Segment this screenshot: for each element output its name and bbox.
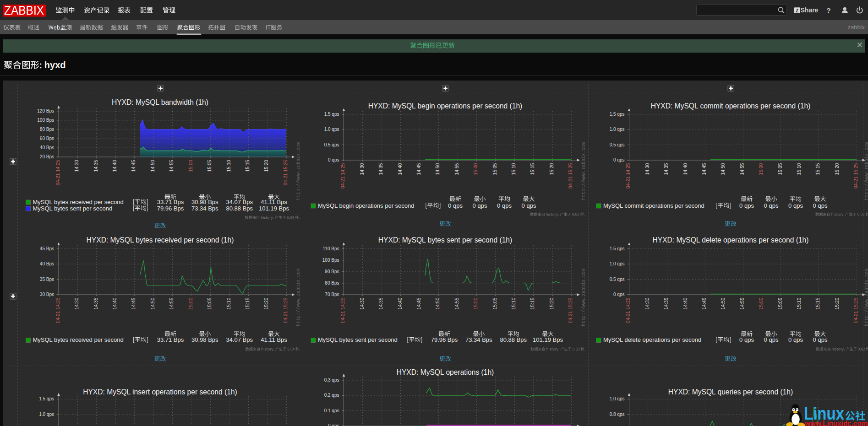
svg-text:15:05: 15:05: [492, 163, 497, 175]
svg-text:0 qps: 0 qps: [522, 202, 536, 209]
svg-text:15:10: 15:10: [797, 163, 802, 175]
svg-text:0 qps: 0 qps: [613, 292, 624, 297]
svg-text:14:55: 14:55: [169, 160, 174, 172]
svg-text:14:45: 14:45: [416, 297, 421, 309]
svg-text:14:30: 14:30: [645, 163, 650, 175]
svg-text:04-21 15:25: 04-21 15:25: [568, 297, 573, 323]
svg-text:04-21 14:25: 04-21 14:25: [55, 297, 60, 323]
svg-text:14:30: 14:30: [74, 297, 79, 309]
svg-text:101.19 Bps: 101.19 Bps: [259, 205, 289, 212]
svg-text:1.0 qps: 1.0 qps: [610, 127, 625, 132]
svg-text:35 Bps: 35 Bps: [40, 277, 54, 282]
svg-text:0 qps: 0 qps: [328, 423, 339, 426]
svg-text:73.34 Bps: 73.34 Bps: [191, 205, 218, 212]
svg-text:?: ?: [826, 6, 830, 14]
svg-text:0 qps: 0 qps: [497, 202, 512, 209]
svg-text:15:15: 15:15: [815, 297, 820, 309]
svg-text:04-21 14:25: 04-21 14:25: [55, 160, 60, 185]
svg-text:0 qps: 0 qps: [788, 336, 803, 343]
svg-text:14:35: 14:35: [664, 297, 669, 309]
svg-text:MySQL bytes sent per second: MySQL bytes sent per second: [318, 336, 398, 343]
svg-text:1.5 qps: 1.5 qps: [610, 112, 625, 117]
svg-text:14:55: 14:55: [169, 297, 174, 309]
svg-text:14:40: 14:40: [112, 297, 117, 309]
svg-text:14:55: 14:55: [454, 163, 459, 175]
svg-text:15:10: 15:10: [511, 297, 516, 309]
svg-text:HYXD: MySQL bandwidth (1h): HYXD: MySQL bandwidth (1h): [112, 98, 208, 106]
svg-text:15:20: 15:20: [549, 297, 554, 309]
svg-text:14:40: 14:40: [398, 297, 403, 309]
svg-text:zabbix: zabbix: [847, 24, 865, 31]
svg-text:30.98 Bps: 30.98 Bps: [191, 336, 218, 343]
svg-text:http://www.zabbix.com: http://www.zabbix.com: [581, 142, 586, 200]
svg-text:14:45: 14:45: [702, 163, 707, 175]
svg-text:1.0 qps: 1.0 qps: [324, 127, 339, 132]
svg-text:1.5 qps: 1.5 qps: [324, 112, 339, 117]
svg-text:40 Bps: 40 Bps: [40, 261, 54, 266]
svg-text:Z: Z: [796, 8, 799, 13]
svg-text:MySQL begin operations per sec: MySQL begin operations per second: [318, 202, 415, 209]
svg-text:79.96 Bps: 79.96 Bps: [431, 336, 458, 343]
svg-text:0.5 qps: 0.5 qps: [610, 142, 625, 147]
svg-text:73.34 Bps: 73.34 Bps: [465, 336, 492, 343]
svg-text:15:15: 15:15: [530, 163, 535, 175]
svg-text:15:20: 15:20: [549, 163, 554, 175]
svg-text:14:40: 14:40: [112, 160, 117, 172]
svg-text:14:35: 14:35: [664, 163, 669, 175]
svg-text:04-21 14:25: 04-21 14:25: [626, 297, 631, 323]
svg-text:15:15: 15:15: [530, 297, 535, 309]
svg-text:15:05: 15:05: [492, 297, 497, 309]
svg-text:14:50: 14:50: [150, 297, 155, 309]
svg-text:HYXD: MySQL operations (1h): HYXD: MySQL operations (1h): [397, 368, 494, 376]
svg-text:0 qps: 0 qps: [764, 336, 779, 343]
svg-text:14:55: 14:55: [740, 297, 745, 309]
svg-text:100 Bps: 100 Bps: [322, 258, 339, 263]
svg-text:04-21 15:25: 04-21 15:25: [568, 163, 573, 189]
svg-text:0.5 qps: 0.5 qps: [610, 277, 625, 282]
svg-text:04-21 14:25: 04-21 14:25: [626, 163, 631, 189]
svg-text:04-21 15:25: 04-21 15:25: [853, 297, 858, 323]
svg-text:0.8 qps: 0.8 qps: [610, 412, 625, 417]
svg-text:0 qps: 0 qps: [739, 336, 754, 343]
svg-text:15:15: 15:15: [245, 160, 250, 172]
svg-text:HYXD: MySQL delete operations: HYXD: MySQL delete operations per second…: [653, 236, 809, 244]
svg-text:0 qps: 0 qps: [448, 202, 463, 209]
svg-text:0 qps: 0 qps: [813, 202, 828, 209]
svg-text:14:50: 14:50: [721, 297, 726, 309]
svg-text:0 qps: 0 qps: [613, 157, 624, 162]
svg-text:14:45: 14:45: [131, 160, 136, 172]
svg-text:1.5 qps: 1.5 qps: [610, 246, 625, 251]
svg-text:HYXD: MySQL insert operations: HYXD: MySQL insert operations per second…: [83, 388, 237, 396]
svg-text:04-21 14:25: 04-21 14:25: [340, 297, 345, 323]
svg-text:15:10: 15:10: [226, 160, 231, 172]
svg-text:Share: Share: [801, 6, 819, 14]
svg-text:101.19 Bps: 101.19 Bps: [533, 336, 563, 343]
svg-text:14:55: 14:55: [740, 163, 745, 175]
svg-text:14:40: 14:40: [683, 297, 688, 309]
svg-text:0 qps: 0 qps: [473, 202, 487, 209]
svg-text:15:15: 15:15: [815, 163, 820, 175]
svg-text:1.0 qps: 1.0 qps: [610, 261, 625, 266]
svg-text:15:10: 15:10: [797, 297, 802, 309]
svg-text:15:05: 15:05: [778, 163, 783, 175]
svg-text:79.96 Bps: 79.96 Bps: [157, 205, 184, 212]
svg-text:www.Linuxidc.com: www.Linuxidc.com: [804, 419, 868, 426]
svg-text:MySQL delete operations per se: MySQL delete operations per second: [603, 336, 701, 343]
svg-text:04-21 15:25: 04-21 15:25: [853, 163, 858, 189]
svg-text:HYXD: MySQL queries per second: HYXD: MySQL queries per second (1h): [668, 388, 793, 396]
svg-text:0.3 qps: 0.3 qps: [324, 377, 339, 383]
svg-text:15:00: 15:00: [188, 297, 193, 309]
svg-text:33.71 Bps: 33.71 Bps: [157, 336, 184, 343]
svg-text:0 qps: 0 qps: [739, 202, 754, 209]
svg-text:90 Bps: 90 Bps: [325, 269, 339, 274]
svg-text:34.07 Bps: 34.07 Bps: [226, 336, 253, 343]
svg-text:hyxd: hyxd: [44, 60, 66, 70]
svg-text:41.11 Bps: 41.11 Bps: [261, 199, 287, 205]
svg-text:15:00: 15:00: [473, 163, 478, 175]
svg-text:HYXD: MySQL begin operations p: HYXD: MySQL begin operations per second …: [368, 102, 523, 110]
svg-text:15:00: 15:00: [473, 297, 478, 309]
svg-text:15:00: 15:00: [759, 297, 764, 309]
svg-text:80.88 Bps: 80.88 Bps: [500, 336, 527, 343]
svg-text:http://www.zabbix.com: http://www.zabbix.com: [864, 142, 868, 200]
svg-text:1.0 qps: 1.0 qps: [39, 412, 54, 417]
